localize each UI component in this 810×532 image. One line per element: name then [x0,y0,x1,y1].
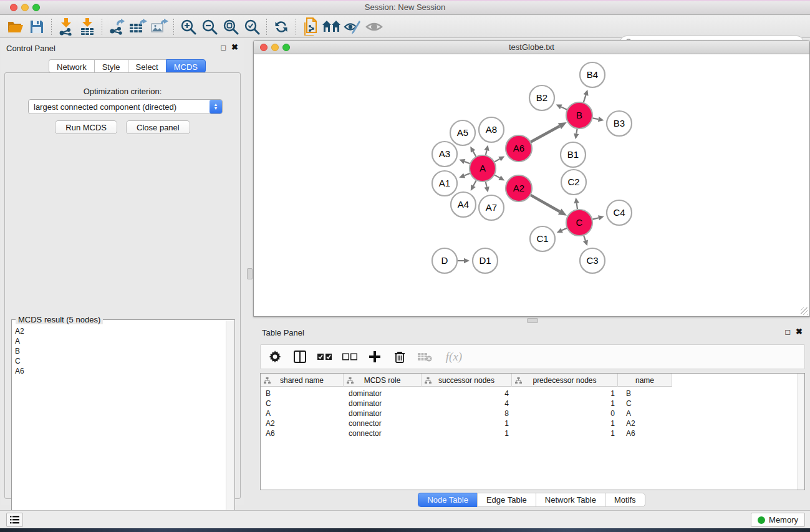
criterion-dropdown[interactable]: largest connected component (directed) ▲… [28,99,223,114]
result-item[interactable]: A6 [15,366,224,376]
graph-node-label: B4 [587,69,598,80]
graph-node-label: A1 [439,178,450,188]
column-header-successor-nodes[interactable]: successor nodes [422,374,512,387]
graph-node-label: C4 [613,207,625,218]
mcds-result-list[interactable]: A2 A B C A6 [13,326,224,527]
fx-label: f(x) [446,350,462,364]
graph-edge[interactable] [531,195,560,211]
import-table-icon[interactable] [77,17,98,36]
select-all-columns-icon[interactable] [317,349,333,365]
save-session-icon[interactable] [26,17,47,36]
first-neighbors-icon[interactable] [321,17,342,36]
graph-node-label: A5 [457,127,468,138]
result-scrollbar[interactable] [226,321,234,528]
edge-arrowhead-icon [584,90,589,96]
graph-edge[interactable] [473,180,476,186]
attribute-icon [425,377,432,384]
zoom-in-icon[interactable] [178,17,199,36]
graph-edge[interactable] [577,203,577,210]
graph-edge[interactable] [562,228,567,230]
horizontal-splitter-grip[interactable] [527,318,538,323]
graph-edge[interactable] [486,181,487,186]
tab-mcds[interactable]: MCDS [166,59,206,73]
vertical-splitter-grip[interactable] [247,268,253,279]
task-history-button[interactable] [6,513,23,527]
node-table[interactable]: shared name MCDS role successor nodes pr… [260,373,805,490]
control-panel: Control Panel ◻ ✖ Network Style Select M… [1,39,244,505]
network-window-title: testGlobe.txt [254,42,809,52]
float-panel-icon[interactable]: ◻ [220,43,226,52]
new-session-from-network-icon[interactable] [300,17,321,36]
dropdown-stepper-icon: ▲▼ [210,100,222,114]
graph-edge[interactable] [473,152,476,157]
hide-graphics-details-icon[interactable] [342,17,364,36]
table-settings-gear-icon[interactable] [267,349,283,365]
graph-node-label: B1 [567,149,579,160]
graph-edge[interactable] [576,129,577,134]
graph-edge[interactable] [561,107,567,109]
edge-arrowhead-icon [459,159,465,164]
graph-edge[interactable] [584,236,586,241]
table-scrollbar[interactable] [797,374,804,490]
refresh-icon[interactable] [271,17,292,36]
graph-edge[interactable] [465,162,470,163]
graph-edge[interactable] [531,126,559,142]
zoom-out-icon[interactable] [199,17,220,36]
network-window-titlebar[interactable]: testGlobe.txt [254,41,809,54]
close-table-panel-icon[interactable]: ✖ [796,327,803,336]
create-column-icon[interactable] [367,349,383,365]
network-graph: AA5A8A3A1A4A7A6A2BB2B4B3B1CC2C4C1C3DD1 [254,55,809,316]
attribute-icon [264,377,271,384]
float-table-panel-icon[interactable]: ◻ [784,327,791,336]
graph-edge[interactable] [592,218,599,219]
result-item[interactable]: B [15,346,224,356]
import-network-icon[interactable] [55,17,77,36]
export-image-icon[interactable] [148,17,170,36]
column-header-shared-name[interactable]: shared name [261,374,344,387]
tab-edge-table[interactable]: Edge Table [477,493,536,507]
graph-edge[interactable] [465,173,470,175]
graph-node-label: A [480,163,486,173]
close-panel-icon[interactable]: ✖ [231,42,238,52]
result-item[interactable]: A2 [15,326,224,336]
close-panel-button[interactable]: Close panel [126,120,190,134]
run-mcds-button[interactable]: Run MCDS [55,120,117,134]
export-network-icon[interactable] [106,17,127,36]
zoom-selected-icon[interactable] [241,17,263,36]
graph-edge[interactable] [486,150,487,155]
show-graphics-details-icon[interactable] [364,17,385,36]
result-item[interactable]: A [15,336,224,346]
mcds-tab-content: Optimization criterion: largest connecte… [4,72,241,499]
edge-arrowhead-icon [574,133,579,140]
memory-button[interactable]: Memory [751,513,805,527]
open-session-icon[interactable] [5,17,26,36]
graph-edge[interactable] [494,175,499,178]
graph-edge[interactable] [494,159,499,162]
table-tabs: Node Table Edge Table Network Table Moti… [253,493,810,507]
zoom-fit-icon[interactable] [220,17,241,36]
table-panel-title: Table Panel [262,328,304,337]
graph-edge[interactable] [593,118,599,119]
memory-label: Memory [769,515,798,525]
graph-node-label: B2 [536,92,547,103]
resize-grip-icon[interactable] [801,307,808,315]
export-table-icon[interactable] [127,17,148,36]
graph-edge[interactable] [584,95,586,102]
network-canvas[interactable]: AA5A8A3A1A4A7A6A2BB2B4B3B1CC2C4C1C3DD1 [254,55,809,316]
column-header-mcds-role[interactable]: MCDS role [344,374,422,387]
unselect-all-columns-icon[interactable] [342,349,358,365]
tab-network-table[interactable]: Network Table [536,493,605,507]
edge-arrowhead-icon [574,198,579,203]
delete-table-icon-disabled [417,349,433,365]
tab-style[interactable]: Style [94,59,128,73]
tab-node-table[interactable]: Node Table [418,493,477,507]
tab-motifs[interactable]: Motifs [605,493,645,507]
show-column-icon[interactable] [292,349,308,365]
delete-column-trash-icon[interactable] [392,349,408,365]
tab-network[interactable]: Network [49,59,94,73]
column-header-name[interactable]: name [618,374,672,387]
graph-node-label: A2 [513,183,524,193]
column-header-predecessor-nodes[interactable]: predecessor nodes [512,374,618,387]
result-item[interactable]: C [15,356,224,366]
tab-select[interactable]: Select [128,59,166,73]
